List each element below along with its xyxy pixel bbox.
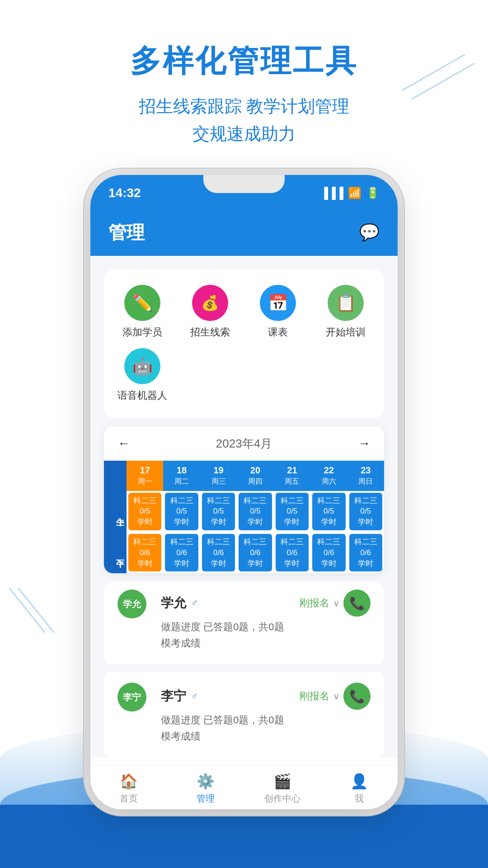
training-icon: 📋 <box>328 285 364 321</box>
cal-cell-19-pm[interactable]: 科二三0/6学时 <box>200 532 237 573</box>
calendar-header-row: 17周一 18周二 19周三 20周四 21周五 22周六 23周日 <box>104 461 384 491</box>
cal-cell-19-am[interactable]: 科二三0/5学时 <box>200 491 237 532</box>
message-icon[interactable]: 💬 <box>359 223 380 242</box>
student-2-progress: 做题进度 已答题0题，共0题 <box>161 713 371 727</box>
cal-day-18: 18周二 <box>163 461 200 491</box>
nav-me-label: 我 <box>355 793 364 805</box>
student-card-2: 李宁 李宁 ♂ 刚报名 ∨ 📞 <box>104 672 384 758</box>
nav-create-label: 创作中心 <box>264 793 300 805</box>
header-section: 多样化管理工具 招生线索跟踪 教学计划管理 交规速成助力 <box>0 0 488 166</box>
signal-icon: ▐▐▐ <box>320 187 343 199</box>
phone-mockup: 14:32 ▐▐▐ 📶 🔋 管理 💬 ✏️ 添加学员 💰 <box>90 175 398 810</box>
cal-cell-21-am[interactable]: 科二三0/5学时 <box>274 491 310 532</box>
cal-cell-18-pm[interactable]: 科二三0/6学时 <box>163 532 200 573</box>
student-2-gender: ♂ <box>191 690 198 702</box>
menu-label-enrollment: 招生线索 <box>190 326 230 339</box>
calendar-morning-row: 上午 科二三0/5学时 科二三0/5学时 科二三0/5学时 科二三0/5学时 科… <box>104 491 384 532</box>
wave-decoration-3 <box>0 805 488 868</box>
cal-cell-17-am[interactable]: 科二三0/5学时 <box>127 491 163 532</box>
cal-cell-22-am[interactable]: 科二三0/5学时 <box>310 491 347 532</box>
calendar-afternoon-row: 下午 科二三0/6学时 科二三0/6学时 科二三0/6学时 科二三0/6学时 科… <box>104 532 384 573</box>
student-1-gender: ♂ <box>191 597 198 609</box>
create-icon: 🎬 <box>273 773 291 790</box>
app-content: ✏️ 添加学员 💰 招生线索 📅 课表 📋 开始培训 🤖 <box>90 256 398 758</box>
student-2-name: 李宁 <box>161 688 186 705</box>
phone-status-bar: 14:32 ▐▐▐ 📶 🔋 <box>90 175 398 211</box>
menu-item-enrollment[interactable]: 💰 招生线索 <box>176 280 244 344</box>
enrollment-icon: 💰 <box>192 285 228 321</box>
cal-day-19: 19周三 <box>200 461 237 491</box>
manage-icon: ⚙️ <box>197 773 215 790</box>
cal-cell-20-pm[interactable]: 科二三0/6学时 <box>237 532 273 573</box>
calendar-month-label: 2023年4月 <box>216 436 272 452</box>
student-1-status-badge: 刚报名 <box>300 596 329 610</box>
quick-menu: ✏️ 添加学员 💰 招生线索 📅 课表 📋 开始培训 🤖 <box>104 269 384 418</box>
cal-day-22: 22周六 <box>310 461 347 491</box>
menu-label-robot: 语音机器人 <box>117 389 167 402</box>
sub-title-line2: 交规速成助力 <box>0 120 488 148</box>
calendar-table: 17周一 18周二 19周三 20周四 21周五 22周六 23周日 上午 <box>104 461 384 574</box>
student-1-status-arrow: ∨ <box>333 598 340 609</box>
student-2-avatar: 李宁 <box>117 683 146 712</box>
student-1-status: 刚报名 ∨ 📞 <box>300 590 371 617</box>
add-student-icon: ✏️ <box>124 285 160 321</box>
nav-manage-label: 管理 <box>197 793 215 805</box>
cal-cell-22-pm[interactable]: 科二三0/6学时 <box>310 532 347 573</box>
nav-manage[interactable]: ⚙️ 管理 <box>167 773 244 805</box>
main-title: 多样化管理工具 <box>0 41 488 82</box>
cal-cell-17-pm[interactable]: 科二三0/6学时 <box>127 532 163 573</box>
robot-icon: 🤖 <box>124 348 160 384</box>
nav-home[interactable]: 🏠 首页 <box>90 773 167 805</box>
menu-label-schedule: 课表 <box>268 326 288 339</box>
home-icon: 🏠 <box>120 773 138 790</box>
cal-cell-23-am[interactable]: 科二三0/5学时 <box>347 491 384 532</box>
calendar-header: ← 2023年4月 → <box>104 427 384 461</box>
menu-item-robot[interactable]: 🤖 语音机器人 <box>108 344 176 407</box>
cal-cell-23-pm[interactable]: 科二三0/6学时 <box>347 532 384 573</box>
menu-item-schedule[interactable]: 📅 课表 <box>244 280 312 344</box>
menu-label-add-student: 添加学员 <box>122 326 162 339</box>
student-2-status: 刚报名 ∨ 📞 <box>300 683 371 710</box>
cal-cell-18-am[interactable]: 科二三0/5学时 <box>163 491 200 532</box>
student-1-info: 学允 ♂ 刚报名 ∨ 📞 做题进度 已答题0题，共0题 模考成绩 <box>161 590 371 650</box>
me-icon: 👤 <box>350 773 368 790</box>
nav-home-label: 首页 <box>120 793 138 805</box>
cal-day-20: 20周四 <box>237 461 273 491</box>
menu-item-add-student[interactable]: ✏️ 添加学员 <box>108 280 176 344</box>
cal-day-17: 17周一 <box>127 461 163 491</box>
cal-cell-21-pm[interactable]: 科二三0/6学时 <box>274 532 310 573</box>
wifi-icon: 📶 <box>348 187 361 199</box>
menu-item-training[interactable]: 📋 开始培训 <box>312 280 380 344</box>
cal-day-21: 21周五 <box>274 461 310 491</box>
student-1-avatar: 学允 <box>117 590 146 618</box>
student-1-score: 模考成绩 <box>161 637 371 650</box>
bottom-nav: 🏠 首页 ⚙️ 管理 🎬 创作中心 👤 我 <box>90 765 398 809</box>
calendar-prev-button[interactable]: ← <box>117 436 130 451</box>
phone-mockup-container: 14:32 ▐▐▐ 📶 🔋 管理 💬 ✏️ 添加学员 💰 <box>0 175 488 810</box>
student-card-1: 学允 学允 ♂ 刚报名 ∨ 📞 <box>104 582 384 665</box>
cal-cell-20-am[interactable]: 科二三0/5学时 <box>237 491 273 532</box>
battery-icon: 🔋 <box>366 187 380 199</box>
sub-title: 招生线索跟踪 教学计划管理 交规速成助力 <box>0 93 488 148</box>
nav-me[interactable]: 👤 我 <box>321 773 398 805</box>
phone-status-icons: ▐▐▐ 📶 🔋 <box>320 187 380 199</box>
student-1-call-button[interactable]: 📞 <box>343 590 371 617</box>
student-1-progress: 做题进度 已答题0题，共0题 <box>161 620 371 634</box>
app-header-title: 管理 <box>108 220 145 245</box>
student-1-name: 学允 <box>161 594 186 612</box>
morning-label: 上午 <box>104 491 127 532</box>
sub-title-line1: 招生线索跟踪 教学计划管理 <box>0 93 488 120</box>
nav-create[interactable]: 🎬 创作中心 <box>244 773 321 805</box>
student-2-score: 模考成绩 <box>161 730 371 743</box>
student-2-status-arrow: ∨ <box>333 691 340 702</box>
calendar-card: ← 2023年4月 → 17周一 18周二 19周三 20周四 21周五 <box>104 427 384 574</box>
calendar-next-button[interactable]: → <box>358 436 371 451</box>
phone-time: 14:32 <box>108 186 141 200</box>
cal-empty-header <box>104 461 127 491</box>
student-2-info: 李宁 ♂ 刚报名 ∨ 📞 做题进度 已答题0题，共0题 模考成绩 <box>161 683 371 743</box>
afternoon-label: 下午 <box>104 532 127 573</box>
student-2-status-badge: 刚报名 <box>300 689 329 703</box>
student-2-call-button[interactable]: 📞 <box>343 683 371 710</box>
app-header: 管理 💬 <box>90 211 398 256</box>
schedule-icon: 📅 <box>260 285 296 321</box>
